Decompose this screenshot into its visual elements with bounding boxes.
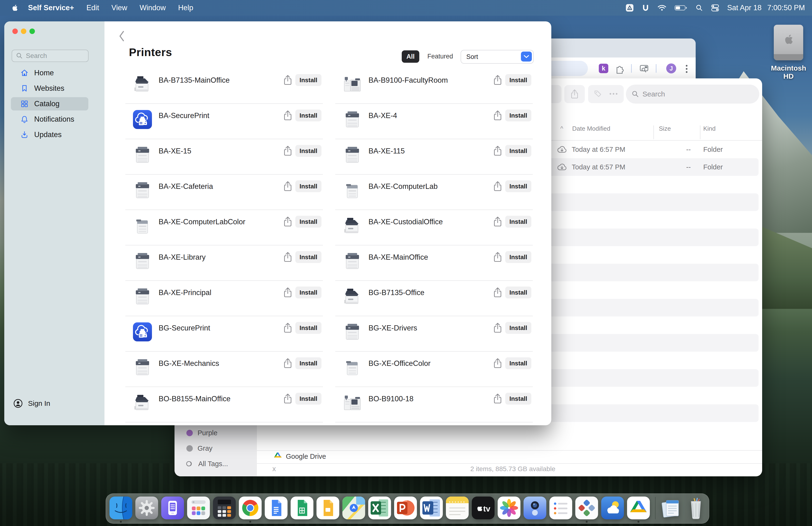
minimize-window-button[interactable]	[21, 29, 26, 34]
sidebar-item-home[interactable]: Home	[11, 66, 88, 80]
tag-and-more-buttons[interactable]	[588, 85, 624, 103]
filter-featured-button[interactable]: Featured	[427, 53, 453, 60]
share-icon[interactable]	[493, 181, 503, 193]
kebab-menu-icon[interactable]	[685, 64, 688, 75]
sidebar-item-notifications[interactable]: Notifications	[11, 113, 88, 126]
dock-app-self-service-mobile[interactable]	[161, 497, 184, 520]
dock-app-powerpoint[interactable]	[394, 497, 417, 520]
u-app-icon[interactable]	[642, 4, 649, 12]
column-separator[interactable]	[653, 126, 654, 139]
control-center-icon[interactable]	[711, 4, 719, 12]
install-button[interactable]: Install	[295, 74, 321, 86]
ellipsis-icon[interactable]	[609, 92, 618, 96]
install-button[interactable]: Install	[295, 110, 321, 122]
tag-icon[interactable]	[594, 89, 602, 99]
install-button[interactable]: Install	[295, 357, 321, 369]
share-icon[interactable]	[493, 323, 503, 334]
share-icon[interactable]	[283, 181, 292, 193]
share-icon[interactable]	[493, 393, 503, 405]
sidebar-item-websites[interactable]: Websites	[11, 82, 88, 95]
dock-app-notes[interactable]	[446, 497, 469, 520]
sidebar-item-catalog[interactable]: Catalog	[11, 97, 88, 111]
dock-app-downloads-stack[interactable]	[659, 497, 682, 520]
share-icon[interactable]	[283, 358, 292, 370]
menu-clock[interactable]: Sat Apr 18 7:00:50 PM	[727, 3, 805, 12]
install-button[interactable]: Install	[505, 393, 531, 404]
menu-item-window[interactable]: Window	[140, 3, 166, 12]
dock-app-trash[interactable]	[684, 497, 707, 520]
share-icon[interactable]	[493, 110, 503, 122]
sidebar-tag-purple[interactable]: Purple	[174, 426, 257, 440]
zoom-window-button[interactable]	[29, 29, 35, 34]
install-button[interactable]: Install	[505, 110, 531, 122]
install-button[interactable]: Install	[505, 251, 531, 263]
menu-item-view[interactable]: View	[111, 3, 127, 12]
install-button[interactable]: Install	[505, 216, 531, 228]
finder-search-field[interactable]: Search	[626, 85, 759, 103]
install-button[interactable]: Install	[295, 286, 321, 298]
share-icon[interactable]	[283, 393, 292, 405]
dock-app-word[interactable]	[420, 497, 443, 520]
apple-logo-icon[interactable]	[11, 4, 19, 12]
dock-app-google-slides[interactable]	[317, 497, 339, 520]
sort-indicator[interactable]: ^	[560, 125, 563, 132]
share-icon[interactable]	[493, 216, 503, 228]
sort-dropdown[interactable]: Sort	[461, 50, 534, 64]
install-button[interactable]: Install	[505, 74, 531, 86]
share-icon[interactable]	[283, 323, 292, 334]
spotlight-icon[interactable]	[695, 4, 703, 12]
macintosh-hd-desktop-icon[interactable]: Macintosh HD	[771, 25, 806, 80]
path-bar-item-google-drive[interactable]: Google Drive	[273, 452, 326, 461]
share-icon[interactable]	[493, 252, 503, 264]
column-header-size[interactable]: Size	[659, 125, 671, 132]
share-icon[interactable]	[283, 110, 292, 122]
filter-all-button[interactable]: All	[402, 51, 419, 63]
share-icon[interactable]	[283, 216, 292, 228]
close-window-button[interactable]	[12, 29, 18, 34]
install-button[interactable]: Install	[295, 393, 321, 404]
install-button[interactable]: Install	[505, 145, 531, 157]
chevron-down-icon[interactable]	[521, 52, 532, 61]
menu-item-help[interactable]: Help	[178, 3, 193, 12]
dock-app-launcher[interactable]	[187, 497, 210, 520]
dock-app-apple-tv[interactable]: tv	[472, 497, 495, 520]
battery-icon[interactable]	[675, 4, 687, 11]
sidebar-tag-gray[interactable]: Gray	[174, 442, 257, 455]
dock-app-camera-lens-app[interactable]	[523, 497, 546, 520]
dock-app-google-docs[interactable]	[265, 497, 288, 520]
share-button[interactable]	[564, 85, 585, 103]
dock-app-settings[interactable]	[135, 497, 158, 520]
install-button[interactable]: Install	[295, 145, 321, 157]
column-header-kind[interactable]: Kind	[703, 125, 715, 132]
install-button[interactable]: Install	[505, 322, 531, 334]
share-icon[interactable]	[283, 145, 292, 157]
dock-app-photos[interactable]	[498, 497, 520, 520]
share-icon[interactable]	[493, 75, 503, 86]
column-header-date-modified[interactable]: Date Modified	[572, 125, 610, 132]
install-button[interactable]: Install	[295, 322, 321, 334]
device-search-icon[interactable]	[639, 64, 650, 75]
install-button[interactable]: Install	[295, 251, 321, 263]
dock-app-weather[interactable]	[601, 497, 624, 520]
menu-item-edit[interactable]: Edit	[86, 3, 99, 12]
install-button[interactable]: Install	[505, 180, 531, 192]
dock-app-self-service-pinwheel[interactable]	[575, 497, 598, 520]
dock-app-maps[interactable]	[342, 497, 365, 520]
install-button[interactable]: Install	[295, 216, 321, 228]
share-icon[interactable]	[493, 287, 503, 299]
dock-app-excel[interactable]	[368, 497, 391, 520]
dock-app-finder[interactable]	[110, 497, 132, 520]
menu-app-name[interactable]: Self Service+	[28, 3, 74, 12]
share-icon[interactable]	[283, 75, 292, 86]
install-button[interactable]: Install	[505, 286, 531, 298]
share-icon[interactable]	[283, 252, 292, 264]
install-button[interactable]: Install	[295, 180, 321, 192]
dock-app-calculator[interactable]	[213, 497, 236, 520]
sidebar-search-input[interactable]: Search	[12, 49, 89, 62]
dock-app-chrome[interactable]	[239, 497, 262, 520]
share-icon[interactable]	[283, 287, 292, 299]
app-badge-icon[interactable]	[626, 4, 634, 12]
puzzle-icon[interactable]	[614, 64, 624, 75]
profile-avatar[interactable]: J	[666, 63, 676, 73]
extension-k-icon[interactable]: k	[599, 64, 608, 73]
